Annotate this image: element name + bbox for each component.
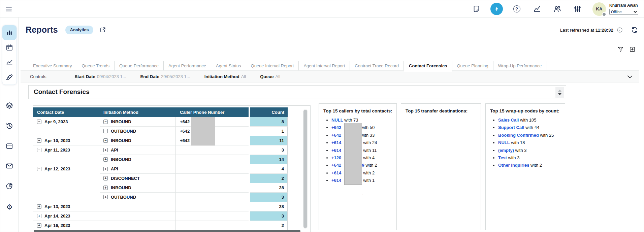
table-row: + Apr 14, 2023 3 xyxy=(33,211,310,221)
sidebar-item-history[interactable] xyxy=(0,122,19,130)
method-expand-toggle[interactable]: − xyxy=(103,129,108,133)
report-tab[interactable]: Queue Interval Report xyxy=(246,61,299,70)
date-expand-toggle[interactable]: − xyxy=(37,138,41,143)
help-icon[interactable]: ? xyxy=(510,3,523,15)
sliders-icon[interactable] xyxy=(571,3,584,15)
caller-number-link[interactable]: +642 xyxy=(331,163,341,168)
user-avatar[interactable]: KA xyxy=(592,2,606,16)
wrapup-code-link[interactable]: Test xyxy=(498,155,507,160)
sidebar-item-analytics[interactable] xyxy=(0,182,19,191)
table-row: + Apr 13, 2023 28 xyxy=(33,202,310,211)
caller-number-link[interactable]: +614 xyxy=(331,178,341,183)
caller-number-link[interactable]: +614 xyxy=(331,148,341,153)
filter-control[interactable]: Initiation MethodAll xyxy=(204,74,246,79)
method-expand-toggle[interactable]: + xyxy=(103,176,108,180)
report-tools xyxy=(617,46,636,53)
report-tab[interactable]: Contract Trace Record xyxy=(350,61,404,70)
date-expand-toggle[interactable]: + xyxy=(37,223,41,228)
report-tab[interactable]: Executive Summary xyxy=(28,61,77,70)
date-expand-toggle[interactable]: + xyxy=(37,204,41,209)
contact-date-value: Apr 14, 2023 xyxy=(44,213,70,219)
method-expand-toggle[interactable]: + xyxy=(103,195,108,199)
spinner-up-icon[interactable] xyxy=(558,90,561,92)
initiation-method-value: INBOUND xyxy=(111,185,131,190)
lightning-icon[interactable] xyxy=(490,3,503,15)
wrapup-code-link[interactable]: (empty) xyxy=(498,148,514,153)
caller-count: 4 xyxy=(372,155,375,160)
refresh-icon[interactable] xyxy=(631,26,638,34)
users-icon[interactable] xyxy=(551,3,564,15)
sidebar-item-flows[interactable] xyxy=(0,101,19,110)
sidebar-item-settings[interactable]: ⚙ xyxy=(0,202,19,211)
col-contact-date[interactable]: Contact Date xyxy=(33,107,100,117)
count-value: 3 xyxy=(250,211,288,221)
refreshed-time: 11:28:32 xyxy=(595,28,613,33)
table-body: − Apr 9, 2023 − INBOUND +642 8 xyxy=(33,117,310,230)
method-expand-toggle[interactable]: + xyxy=(103,157,108,162)
report-tab[interactable]: Contact Forensics xyxy=(404,61,452,72)
sidebar-item-reports[interactable] xyxy=(2,25,17,40)
caller-number-link[interactable]: NULL xyxy=(331,118,343,123)
spinner-down-icon[interactable] xyxy=(558,93,561,95)
phone-number-value: +642 xyxy=(180,138,190,143)
col-initiation-method[interactable]: Initiation Method xyxy=(100,107,176,117)
method-expand-toggle[interactable]: − xyxy=(103,138,108,143)
method-expand-toggle[interactable]: + xyxy=(103,167,108,171)
wrapup-code-link[interactable]: NULL xyxy=(498,140,510,145)
notes-icon[interactable] xyxy=(470,3,483,15)
filter-control[interactable]: Start Date09/04/2023 1... xyxy=(74,74,126,79)
report-tab[interactable]: Queue Planning xyxy=(452,61,493,70)
wrapup-code-link[interactable]: Booking Confirmed xyxy=(498,133,539,138)
sidebar-item-schedule[interactable] xyxy=(2,40,17,55)
count-value: 1 xyxy=(250,126,288,136)
report-tab[interactable]: Agent Performance xyxy=(164,61,211,70)
chevron-down-icon[interactable] xyxy=(626,73,634,80)
download-icon[interactable] xyxy=(629,46,636,53)
metrics-icon[interactable] xyxy=(530,3,543,15)
sidebar-item-designer[interactable] xyxy=(2,70,17,85)
table-row: + INBOUND 14 xyxy=(33,155,310,164)
count-value: 14 xyxy=(250,155,288,164)
scrollbar-thumb[interactable] xyxy=(303,110,307,228)
wrapup-code-link[interactable]: Other Inquiries xyxy=(498,163,529,168)
method-expand-toggle[interactable]: + xyxy=(103,186,108,190)
table-header-row: Contact Date Initiation Method Caller Ph… xyxy=(33,107,310,117)
caller-number-link[interactable]: +614 xyxy=(331,140,341,145)
sidebar-item-messages[interactable] xyxy=(0,162,19,170)
wrapup-code-link[interactable]: Support Call xyxy=(498,125,524,130)
method-expand-toggle[interactable]: − xyxy=(103,120,108,124)
report-tab[interactable]: Agent Status xyxy=(211,61,246,70)
table-horizontal-scrollbar[interactable] xyxy=(34,230,300,232)
table-row: − Apr 11, 2023 + API 3 xyxy=(33,145,310,155)
report-tab[interactable]: Queue Performance xyxy=(115,61,164,70)
date-expand-toggle[interactable]: − xyxy=(37,148,41,152)
count-value: 3 xyxy=(250,145,288,155)
gear-icon: ⚙ xyxy=(6,203,13,210)
caller-number-link[interactable]: +614 xyxy=(331,170,341,175)
hamburger-menu-icon[interactable] xyxy=(5,5,13,13)
caller-number-link[interactable]: +642 xyxy=(331,125,341,130)
report-tab[interactable]: Wrap-Up Performance xyxy=(493,61,547,70)
report-tab[interactable]: Agent Interval Report xyxy=(299,61,350,70)
info-icon[interactable] xyxy=(617,27,623,33)
filter-icon[interactable] xyxy=(617,46,624,53)
date-expand-toggle[interactable]: − xyxy=(37,167,41,171)
wrapup-code-link[interactable]: Sales Call xyxy=(498,118,519,123)
sidebar-item-workspace[interactable] xyxy=(0,142,19,151)
caller-number-link[interactable]: +120 xyxy=(331,155,341,160)
table-vertical-scrollbar[interactable] xyxy=(303,109,308,229)
col-count[interactable]: Count xyxy=(250,107,288,117)
status-select[interactable]: Offline xyxy=(609,9,638,15)
external-link-icon[interactable] xyxy=(99,26,106,33)
method-expand-toggle[interactable]: + xyxy=(103,148,108,152)
date-expand-toggle[interactable]: + xyxy=(37,214,41,218)
caller-number-link[interactable]: +642 xyxy=(331,133,341,138)
filter-control[interactable]: End Date29/05/2023 1... xyxy=(140,74,190,79)
report-tab[interactable]: Queue Trends xyxy=(77,61,115,70)
date-expand-toggle[interactable]: − xyxy=(37,120,41,124)
col-caller-phone[interactable]: Caller Phone Number xyxy=(176,107,249,117)
wrapup-count: 105 xyxy=(529,118,537,123)
sidebar-item-metrics[interactable] xyxy=(2,55,17,70)
caller-item: +642 with 33 xyxy=(331,132,396,139)
filter-control[interactable]: QueueAll xyxy=(260,74,280,79)
